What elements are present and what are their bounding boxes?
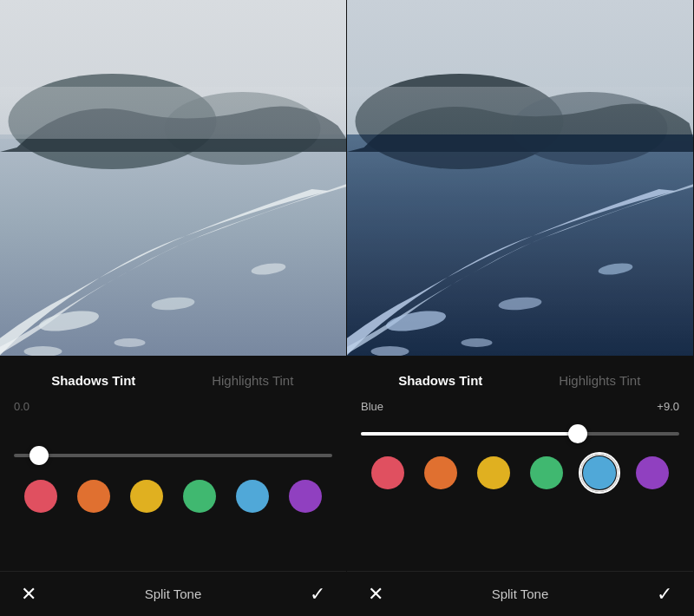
right-slider-color-name: Blue xyxy=(361,400,383,413)
right-slider-track-container xyxy=(361,418,679,442)
swatch-red-right[interactable] xyxy=(371,456,404,489)
right-confirm-button[interactable]: ✓ xyxy=(657,583,672,606)
right-swatches xyxy=(361,451,679,495)
swatch-lightblue-left[interactable] xyxy=(236,480,269,513)
left-confirm-button[interactable]: ✓ xyxy=(310,583,325,606)
swatch-purple-left[interactable] xyxy=(289,480,322,513)
right-slider-thumb[interactable] xyxy=(568,424,587,443)
left-bottom-bar: ✕ Split Tone ✓ xyxy=(0,571,346,616)
left-panel: Shadows Tint Highlights Tint 0.0 xyxy=(0,0,347,616)
swatch-green-right[interactable] xyxy=(530,456,563,489)
svg-point-8 xyxy=(115,338,146,347)
left-cancel-button[interactable]: ✕ xyxy=(21,583,36,606)
right-controls: Shadows Tint Highlights Tint Blue +9.0 xyxy=(347,356,693,571)
svg-rect-14 xyxy=(347,87,693,134)
right-slider-section: Blue +9.0 xyxy=(361,400,679,442)
left-split-tone-label: Split Tone xyxy=(145,587,202,601)
right-slider-value: +9.0 xyxy=(657,400,679,413)
left-tab-row: Shadows Tint Highlights Tint xyxy=(14,370,332,391)
left-photo xyxy=(0,0,346,356)
svg-rect-20 xyxy=(347,134,693,356)
right-tab-shadows[interactable]: Shadows Tint xyxy=(361,370,520,391)
left-slider-track-container xyxy=(14,440,332,464)
svg-rect-4 xyxy=(0,87,346,139)
left-swatches xyxy=(14,475,332,518)
swatch-orange-left[interactable] xyxy=(77,480,110,513)
swatch-purple-right[interactable] xyxy=(636,456,669,489)
left-tab-highlights[interactable]: Highlights Tint xyxy=(174,370,333,391)
right-tab-highlights[interactable]: Highlights Tint xyxy=(520,370,680,391)
left-slider-area: 0.0 xyxy=(14,400,332,431)
left-slider-thumb[interactable] xyxy=(29,446,49,465)
swatch-red-left[interactable] xyxy=(24,480,57,513)
swatch-green-left[interactable] xyxy=(183,480,216,513)
swatch-yellow-left[interactable] xyxy=(130,480,163,513)
swatch-yellow-right[interactable] xyxy=(477,456,510,489)
right-tab-row: Shadows Tint Highlights Tint xyxy=(361,370,679,391)
right-panel: Shadows Tint Highlights Tint Blue +9.0 xyxy=(347,0,694,616)
right-slider-fill xyxy=(361,432,578,436)
right-bottom-bar: ✕ Split Tone ✓ xyxy=(347,571,693,616)
right-slider-track[interactable] xyxy=(361,432,679,436)
right-cancel-button[interactable]: ✕ xyxy=(368,583,383,606)
left-tab-shadows[interactable]: Shadows Tint xyxy=(14,370,174,391)
right-photo xyxy=(347,0,693,356)
swatch-lightblue-right[interactable] xyxy=(583,456,616,489)
swatch-orange-right[interactable] xyxy=(424,456,457,489)
right-split-tone-label: Split Tone xyxy=(492,587,549,601)
left-slider-value: 0.0 xyxy=(14,400,29,413)
right-slider-label-row: Blue +9.0 xyxy=(361,400,679,413)
left-controls: Shadows Tint Highlights Tint 0.0 xyxy=(0,356,346,571)
left-slider-track[interactable] xyxy=(14,454,332,457)
